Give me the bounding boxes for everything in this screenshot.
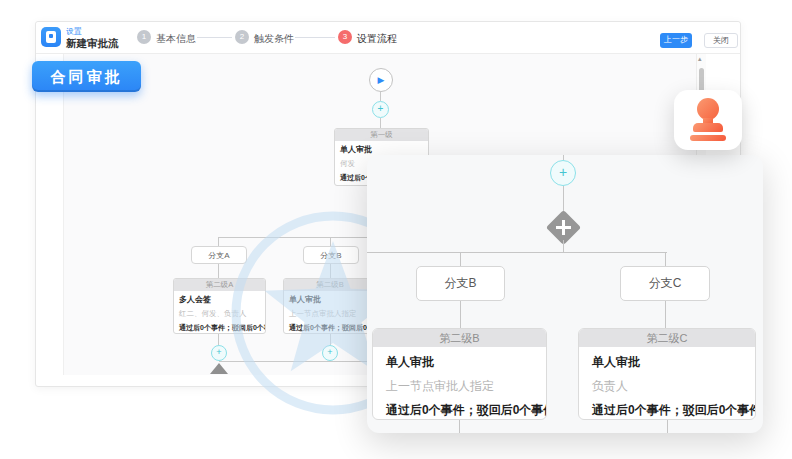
flow-connector: [218, 334, 219, 345]
node-title: 第二级C: [579, 329, 755, 347]
node-approval-type: 单人审批: [289, 294, 371, 305]
plus-icon: +: [378, 103, 384, 114]
branch-c-card[interactable]: 分支C: [620, 266, 710, 301]
flow-connector: [665, 252, 666, 266]
flow-connector: [460, 252, 461, 266]
node-title: 第一级: [335, 129, 428, 141]
node-level2b[interactable]: 第二级B 单人审批 上一节点审批人指定 通过后0个事件；驳回后0个事件: [283, 278, 377, 334]
step-1-label: 基本信息: [156, 32, 196, 46]
flow-connector: [330, 264, 331, 278]
stamp-icon: [697, 98, 719, 120]
branch-label: 分支B: [320, 251, 341, 260]
scrollbar-thumb[interactable]: [699, 68, 704, 92]
flow-connector: [667, 420, 668, 433]
stamp-feature-card: [674, 90, 742, 150]
start-node[interactable]: ▶: [369, 68, 393, 92]
play-icon: ▶: [378, 75, 385, 85]
branch-label: 分支A: [208, 251, 229, 260]
step-2-circle: 2: [235, 30, 249, 44]
flow-connector: [330, 334, 331, 345]
branch-label: 分支C: [649, 276, 682, 290]
branch-b-card[interactable]: 分支B: [416, 266, 505, 301]
add-node-button[interactable]: +: [372, 101, 389, 118]
node-approval-type: 单人审批: [592, 354, 640, 371]
node-assignee: 红二、何发、负责人: [179, 309, 260, 319]
node-events: 通过后0个事件；驳回后0个事件: [179, 323, 260, 333]
step-connector: [197, 37, 232, 38]
stamp-icon: [690, 135, 726, 141]
step-2-label: 触发条件: [254, 32, 294, 46]
branch-split-line: [367, 252, 667, 253]
plus-icon: +: [216, 347, 221, 357]
node-events: 通过后0个事件；驳回后0个事件: [289, 323, 371, 333]
node-title: 第二级B: [284, 279, 376, 291]
step-1-circle: 1: [137, 30, 151, 44]
node-assignee: 上一节点审批人指定: [289, 309, 371, 319]
previous-step-button[interactable]: 上一步: [660, 33, 692, 48]
node-assignee: 上一节点审批人指定: [386, 378, 494, 395]
flow-connector: [218, 237, 219, 246]
flow-connector: [330, 237, 331, 246]
zoom-detail-panel: + 分支B 分支C 第二级B 单人审批 上一节点审批人指定 通过后0个事件；驳回…: [367, 155, 763, 433]
add-node-button[interactable]: +: [322, 345, 338, 361]
node-events: 通过后0个事件；驳回后0个事件: [386, 402, 547, 419]
flow-connector: [380, 118, 381, 128]
page-title: 新建审批流: [66, 37, 119, 51]
flow-end-icon: [210, 363, 228, 374]
node-title: 第二级B: [373, 329, 546, 347]
plus-icon: +: [327, 347, 332, 357]
add-node-button[interactable]: +: [550, 160, 576, 186]
flow-connector: [563, 240, 564, 252]
branch-merge-line: [219, 361, 381, 362]
app-section-label: 设置: [66, 26, 82, 37]
node-level2c-detail[interactable]: 第二级C 单人审批 负责人 通过后0个事件；驳回后0个事件: [578, 328, 756, 420]
node-approval-type: 单人审批: [386, 354, 434, 371]
wizard-topbar: 设置 新建审批流 1 基本信息 2 触发条件 3 设置流程 上一步 关闭: [36, 22, 740, 54]
scroll-up-icon[interactable]: ▴: [698, 55, 702, 63]
step-3-circle: 3: [338, 30, 352, 44]
node-level2b-detail[interactable]: 第二级B 单人审批 上一节点审批人指定 通过后0个事件；驳回后0个事件: [372, 328, 547, 420]
flow-name-badge: 合同审批: [32, 61, 141, 92]
plus-icon: [562, 220, 565, 235]
flow-connector: [380, 92, 381, 101]
node-approval-type: 单人审批: [340, 144, 423, 155]
document-icon: [46, 31, 56, 43]
branch-label: 分支B: [444, 276, 476, 290]
flow-connector: [459, 420, 460, 433]
branch-a-card[interactable]: 分支A: [191, 246, 247, 264]
plus-icon: +: [559, 164, 567, 180]
node-level2a[interactable]: 第二级A 多人会签 红二、何发、负责人 通过后0个事件；驳回后0个事件: [173, 278, 266, 334]
branch-b-card[interactable]: 分支B: [303, 246, 359, 264]
flow-connector: [218, 264, 219, 278]
node-assignee: 负责人: [592, 378, 628, 395]
document-dot: [49, 34, 53, 38]
close-button[interactable]: 关闭: [704, 33, 738, 48]
page: 设置 新建审批流 1 基本信息 2 触发条件 3 设置流程 上一步 关闭 ▶ +: [0, 0, 792, 459]
stamp-icon: [693, 123, 723, 132]
add-node-button[interactable]: +: [211, 345, 227, 361]
flow-connector: [460, 301, 461, 328]
node-approval-type: 多人会签: [179, 294, 260, 305]
step-3-label: 设置流程: [357, 32, 397, 46]
branch-split-line: [219, 237, 381, 238]
node-title: 第二级A: [174, 279, 265, 291]
app-icon: [41, 27, 61, 47]
flow-connector: [665, 301, 666, 328]
step-connector: [295, 37, 335, 38]
node-events: 通过后0个事件；驳回后0个事件: [592, 402, 756, 419]
